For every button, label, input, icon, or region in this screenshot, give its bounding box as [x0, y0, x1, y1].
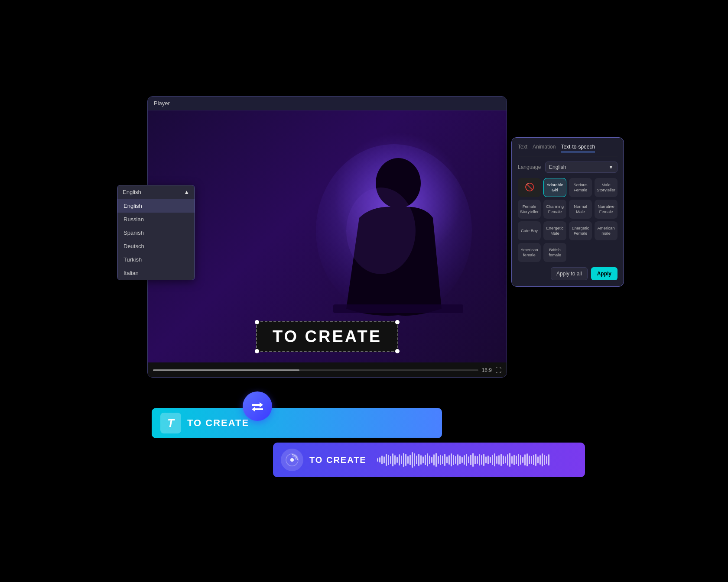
apply-button[interactable]: Apply	[591, 267, 618, 280]
lang-selected-value: English	[123, 189, 141, 195]
wave-bar	[459, 456, 461, 464]
wave-bar	[405, 454, 406, 466]
text-track-label: TO CREATE	[187, 417, 249, 429]
corner-handle-tl	[255, 320, 259, 324]
wave-bar	[474, 456, 476, 464]
voice-cell-male-storyteller[interactable]: Male Storyteller	[595, 178, 618, 197]
voice-cell-charming-female[interactable]: Charming Female	[543, 200, 566, 219]
wave-bar	[444, 454, 445, 466]
voice-cell-energetic-male[interactable]: Energetic Male	[543, 221, 566, 240]
wave-bar	[386, 454, 387, 466]
lang-option-turkish[interactable]: Turkish	[117, 253, 195, 266]
wave-bar	[537, 456, 539, 463]
wave-bar	[420, 455, 422, 465]
wave-bar	[511, 456, 513, 464]
wave-bar	[483, 454, 484, 466]
voice-cell-american-female[interactable]: American female	[518, 243, 541, 262]
player-title: Player	[154, 100, 170, 107]
fullscreen-icon[interactable]: ⛶	[495, 367, 501, 374]
voice-grid: 🚫 Adorable Girl Serious Female Male Stor…	[518, 178, 618, 262]
mute-icon: 🚫	[525, 182, 534, 192]
tab-animation[interactable]: Animation	[533, 144, 556, 152]
wave-bar	[531, 456, 532, 464]
voice-cell-british-female[interactable]: British female	[543, 243, 566, 262]
voice-cell-normal-male[interactable]: Normal Male	[569, 200, 592, 219]
wave-bar	[522, 457, 523, 463]
wave-bar	[546, 456, 547, 464]
wave-bar	[401, 456, 402, 464]
wave-bar	[388, 455, 389, 465]
audio-track-label: TO CREATE	[309, 455, 367, 465]
lang-option-italian[interactable]: Italian	[117, 266, 195, 280]
wave-bar	[448, 455, 450, 465]
chevron-up-icon: ▲	[184, 189, 189, 195]
wave-bar	[457, 454, 458, 466]
tab-text-to-speech[interactable]: Text-to-speech	[561, 144, 595, 152]
corner-handle-tr	[395, 320, 400, 324]
wave-bar	[540, 455, 541, 465]
wave-bar	[436, 453, 437, 467]
wave-bar	[384, 456, 385, 463]
lang-option-english[interactable]: English	[117, 199, 195, 213]
tts-language-label: Language	[518, 164, 542, 170]
tab-text[interactable]: Text	[518, 144, 527, 152]
language-dropdown[interactable]: English ▲ English Russian Spanish Deutsc…	[117, 185, 195, 280]
wave-bar	[488, 456, 489, 464]
lang-option-russian[interactable]: Russian	[117, 213, 195, 226]
wave-bar	[446, 456, 448, 463]
svg-point-5	[290, 458, 294, 462]
corner-handle-bl	[255, 349, 259, 353]
voice-cell-female-storyteller[interactable]: Female Storyteller	[518, 200, 541, 219]
wave-bar	[514, 455, 515, 465]
text-track-icon: T	[160, 413, 181, 433]
wave-bar	[518, 454, 519, 466]
voice-cell-adorable-girl[interactable]: Adorable Girl	[543, 178, 566, 197]
voice-cell-narrative-female[interactable]: Narrative Female	[595, 200, 618, 219]
wave-bar	[548, 454, 549, 466]
svg-point-3	[346, 188, 416, 274]
wave-bar	[410, 455, 411, 465]
voice-cell-energetic-female[interactable]: Energetic Female	[569, 221, 592, 240]
wave-bar	[442, 456, 443, 464]
voice-cell-american-male[interactable]: American male	[595, 221, 618, 240]
wave-bar	[416, 456, 417, 464]
swap-icon[interactable]	[243, 391, 272, 421]
apply-to-all-button[interactable]: Apply to all	[551, 267, 588, 280]
tts-language-select[interactable]: English ▼	[545, 162, 618, 173]
wave-bar	[509, 453, 510, 467]
chevron-down-icon: ▼	[608, 164, 614, 170]
player-window: Player	[147, 96, 507, 378]
text-track-bar: T TO CREATE	[152, 408, 442, 438]
voice-cell-cute-boy[interactable]: Cute Boy	[518, 221, 541, 240]
wave-bar	[524, 454, 526, 466]
wave-bar	[485, 456, 487, 463]
wave-bar	[520, 455, 521, 465]
wave-bar	[412, 452, 413, 468]
wave-bar	[438, 456, 439, 464]
tts-panel: Text Animation Text-to-speech Language E…	[511, 137, 624, 287]
wave-bar	[379, 457, 380, 462]
wave-bar	[477, 456, 478, 464]
wave-bar	[542, 453, 543, 466]
progress-bar[interactable]	[153, 369, 478, 371]
wave-bar	[451, 453, 452, 466]
lang-option-spanish[interactable]: Spanish	[117, 226, 195, 239]
voice-cell-serious-female[interactable]: Serious Female	[569, 178, 592, 197]
wave-bar	[507, 454, 508, 466]
corner-handle-br	[395, 349, 400, 353]
lang-option-deutsch[interactable]: Deutsch	[117, 239, 195, 253]
lang-dropdown-header[interactable]: English ▲	[117, 185, 195, 199]
voice-cell-muted[interactable]: 🚫	[518, 178, 541, 197]
wave-bar	[418, 454, 419, 466]
wave-bar	[392, 453, 393, 466]
wave-bar	[396, 457, 398, 463]
wave-bar	[544, 455, 545, 465]
wave-bar	[440, 455, 441, 465]
player-titlebar: Player	[148, 97, 507, 110]
wave-bar	[533, 455, 534, 465]
wave-bar	[516, 456, 517, 464]
wave-bar	[381, 456, 383, 464]
tts-actions: Apply to all Apply	[518, 267, 618, 280]
svg-rect-2	[333, 304, 463, 313]
wave-bar	[399, 454, 400, 466]
